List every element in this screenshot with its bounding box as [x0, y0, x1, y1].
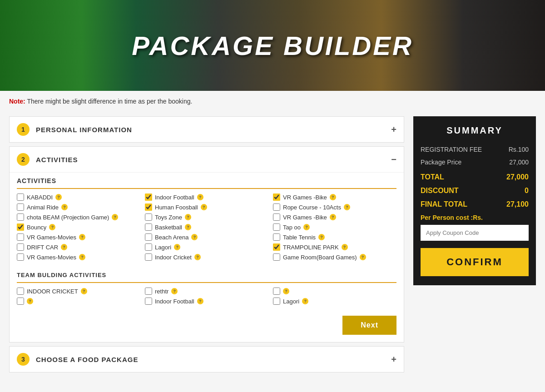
summary-total-value: 27,000 — [506, 173, 529, 181]
section-1-header[interactable]: 1 PERSONAL INFORMATION + — [10, 117, 404, 142]
label-toys-zone[interactable]: Toys Zone — [155, 214, 182, 221]
checkbox-vr-movies-2[interactable] — [17, 253, 24, 261]
label-chota-beam[interactable]: chota BEAM (Projection Game) — [27, 214, 109, 221]
next-button[interactable]: Next — [342, 316, 396, 335]
checkbox-empty-2[interactable] — [17, 298, 24, 305]
info-lagori[interactable]: ? — [174, 244, 180, 250]
info-kabaddi[interactable]: ? — [55, 194, 62, 200]
right-column: SUMMARY REGISTRATION FEE Rs.100 Package … — [413, 116, 536, 376]
checkbox-bouncy[interactable] — [17, 223, 24, 231]
team-building-header: TEAM BULDING ACTIVITIES — [17, 267, 396, 283]
section-2-header[interactable]: 2 ACTIVITIES − — [10, 147, 404, 172]
section-1-icon: + — [391, 124, 396, 135]
checkbox-indoor-cricket-team[interactable] — [17, 288, 24, 295]
info-human-foosball[interactable]: ? — [201, 204, 207, 210]
info-toys-zone[interactable]: ? — [185, 214, 191, 220]
label-trampoline[interactable]: TRAMPOLINE PARK — [283, 244, 339, 251]
info-vr-movies-1[interactable]: ? — [79, 234, 85, 240]
section-3-header[interactable]: 3 CHOOSE A FOOD PACKAGE + — [10, 347, 404, 372]
info-indoor-football[interactable]: ? — [197, 194, 203, 200]
label-lagori[interactable]: Lagori — [155, 244, 171, 251]
label-game-room[interactable]: Game Room(Board Games) — [283, 254, 357, 261]
label-vr-movies-1[interactable]: VR Games-Movies — [27, 234, 76, 241]
info-lagori-team[interactable]: ? — [302, 298, 308, 304]
info-chota-beam[interactable]: ? — [112, 214, 118, 220]
label-beach-arena[interactable]: Beach Arena — [155, 234, 188, 241]
summary-final-total-label: FINAL TOTAL — [421, 200, 467, 208]
activity-chota-beam: chota BEAM (Projection Game) ? — [17, 213, 140, 221]
info-table-tennis[interactable]: ? — [318, 234, 325, 240]
activity-tap-oo: Tap oo ? — [273, 223, 396, 231]
coupon-input[interactable] — [421, 225, 529, 241]
label-vr-bike-2[interactable]: VR Games -Bike — [283, 214, 327, 221]
note-text: There might be slight difference in time… — [27, 98, 192, 105]
step-3-number: 3 — [17, 353, 30, 366]
info-empty-2[interactable]: ? — [27, 298, 33, 304]
checkbox-human-foosball[interactable] — [145, 203, 152, 211]
label-indoor-football[interactable]: Indoor Football — [155, 194, 194, 201]
info-drift-car[interactable]: ? — [61, 244, 67, 250]
label-human-foosball[interactable]: Human Foosball — [155, 204, 198, 211]
checkbox-empty-1[interactable] — [273, 288, 280, 295]
section-1-title: PERSONAL INFORMATION — [36, 126, 391, 134]
checkbox-rope-course[interactable] — [273, 203, 280, 211]
checkbox-chota-beam[interactable] — [17, 213, 24, 221]
label-basketball[interactable]: Basketball — [155, 224, 182, 231]
label-lagori-team[interactable]: Lagori — [283, 298, 299, 305]
info-vr-bike-1[interactable]: ? — [330, 194, 336, 200]
activity-indoor-cricket-act: Indoor Cricket ? — [145, 253, 268, 261]
checkbox-table-tennis[interactable] — [273, 233, 280, 241]
label-table-tennis[interactable]: Table Tennis — [283, 234, 316, 241]
activities-content: ACTIVITIES KABADDI ? Indoor Football ? — [10, 172, 404, 342]
label-kabaddi[interactable]: KABADDI — [27, 194, 53, 201]
checkbox-vr-movies-1[interactable] — [17, 233, 24, 241]
checkbox-trampoline[interactable] — [273, 243, 280, 251]
info-empty-1[interactable]: ? — [283, 288, 289, 294]
checkbox-game-room[interactable] — [273, 253, 280, 261]
label-drift-car[interactable]: DRIFT CAR — [27, 244, 58, 251]
checkbox-rethtr[interactable] — [145, 288, 152, 295]
info-animal-ride[interactable]: ? — [61, 204, 68, 210]
info-basketball[interactable]: ? — [185, 224, 191, 230]
info-rope-course[interactable]: ? — [344, 204, 350, 210]
checkbox-vr-bike-2[interactable] — [273, 213, 280, 221]
checkbox-lagori[interactable] — [145, 243, 152, 251]
checkbox-indoor-football-team[interactable] — [145, 298, 152, 305]
label-tap-oo[interactable]: Tap oo — [283, 224, 301, 231]
label-rope-course[interactable]: Rope Course - 10Acts — [283, 204, 341, 211]
checkbox-drift-car[interactable] — [17, 243, 24, 251]
info-trampoline[interactable]: ? — [342, 244, 348, 250]
checkbox-indoor-football[interactable] — [145, 194, 152, 201]
info-vr-bike-2[interactable]: ? — [330, 214, 336, 220]
checkbox-vr-bike-1[interactable] — [273, 194, 280, 201]
info-indoor-cricket-team[interactable]: ? — [81, 288, 87, 294]
info-beach-arena[interactable]: ? — [191, 234, 198, 240]
checkbox-tap-oo[interactable] — [273, 223, 280, 231]
label-indoor-cricket-team[interactable]: INDOOR CRICKET — [27, 288, 78, 295]
info-indoor-cricket-act[interactable]: ? — [194, 254, 201, 260]
label-vr-bike-1[interactable]: VR Games -Bike — [283, 194, 327, 201]
label-indoor-football-team[interactable]: Indoor Football — [155, 298, 194, 305]
info-rethtr[interactable]: ? — [171, 288, 178, 294]
checkbox-indoor-cricket-act[interactable] — [145, 253, 152, 261]
label-animal-ride[interactable]: Animal Ride — [27, 204, 59, 211]
info-game-room[interactable]: ? — [360, 254, 366, 260]
info-tap-oo[interactable]: ? — [303, 224, 310, 230]
section-3-title: CHOOSE A FOOD PACKAGE — [36, 356, 391, 363]
checkbox-kabaddi[interactable] — [17, 194, 24, 201]
checkbox-toys-zone[interactable] — [145, 213, 152, 221]
checkbox-beach-arena[interactable] — [145, 233, 152, 241]
info-vr-movies-2[interactable]: ? — [79, 254, 85, 260]
info-indoor-football-team[interactable]: ? — [197, 298, 203, 304]
confirm-button[interactable]: CONFIRM — [421, 248, 529, 276]
checkbox-basketball[interactable] — [145, 223, 152, 231]
per-person-cost: Per Person cost :Rs. — [421, 214, 529, 221]
label-bouncy[interactable]: Bouncy — [27, 224, 46, 231]
label-rethtr[interactable]: rethtr — [155, 288, 168, 295]
info-bouncy[interactable]: ? — [49, 224, 55, 230]
checkbox-animal-ride[interactable] — [17, 203, 24, 211]
label-vr-movies-2[interactable]: VR Games-Movies — [27, 254, 76, 261]
label-indoor-cricket-act[interactable]: Indoor Cricket — [155, 254, 192, 261]
section-food-package: 3 CHOOSE A FOOD PACKAGE + — [9, 346, 404, 372]
checkbox-lagori-team[interactable] — [273, 298, 280, 305]
